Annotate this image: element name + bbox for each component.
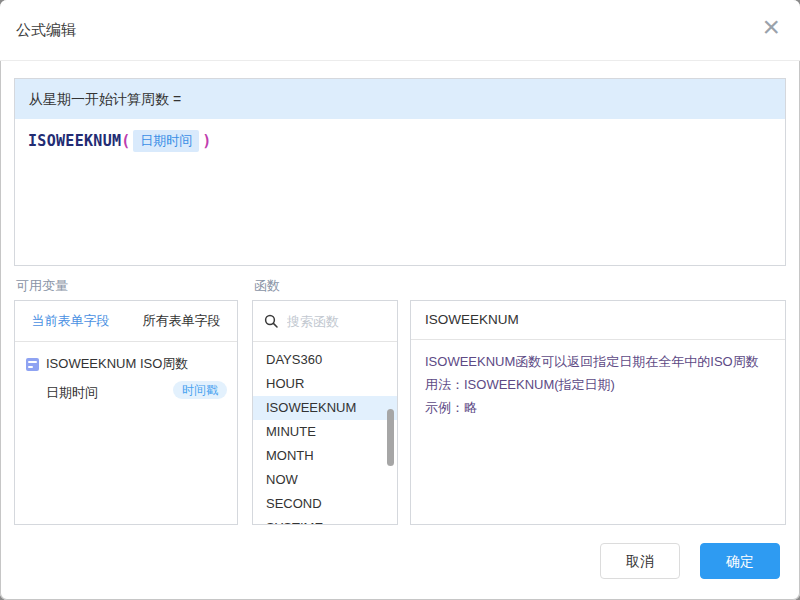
function-search-row	[253, 301, 397, 342]
function-detail-title: ISOWEEKNUM	[411, 301, 785, 340]
variables-section-label: 可用变量	[16, 277, 68, 295]
variables-panel: 当前表单字段 所有表单字段 ISOWEEKNUM ISO周数 日期时间 时间戳	[14, 300, 238, 525]
document-icon	[26, 358, 39, 371]
search-icon	[264, 314, 278, 328]
variables-tabs: 当前表单字段 所有表单字段	[15, 301, 237, 342]
scrollbar-thumb[interactable]	[387, 409, 394, 466]
formula-editor-dialog: 公式编辑 × 从星期一开始计算周数 = ISOWEEKNUM(日期时间) 可用变…	[0, 0, 800, 600]
dialog-footer: 取消 确定	[600, 543, 780, 579]
function-item[interactable]: SECOND	[253, 492, 397, 516]
page-background: { "dialog": { "title": "公式编辑" }, "icons"…	[0, 0, 800, 600]
cancel-button[interactable]: 取消	[600, 543, 680, 579]
tab-current-form-fields[interactable]: 当前表单字段	[15, 301, 126, 341]
function-example: 示例：略	[425, 396, 771, 419]
open-paren: (	[121, 132, 130, 150]
function-item[interactable]: DAYS360	[253, 348, 397, 372]
function-usage: 用法：ISOWEEKNUM(指定日期)	[425, 373, 771, 396]
function-list: DAYS360 HOUR ISOWEEKNUM MINUTE MONTH NOW…	[253, 342, 397, 525]
function-item[interactable]: NOW	[253, 468, 397, 492]
close-icon[interactable]: ×	[762, 12, 780, 42]
dialog-header: 公式编辑 ×	[0, 0, 800, 61]
formula-argument-chip[interactable]: 日期时间	[133, 130, 199, 152]
field-row-datetime[interactable]: 日期时间 时间戳	[46, 384, 227, 402]
function-item[interactable]: MINUTE	[253, 420, 397, 444]
close-paren: )	[202, 132, 211, 150]
formula-target-label: 从星期一开始计算周数 =	[15, 79, 785, 119]
function-description: ISOWEEKNUM函数可以返回指定日期在全年中的ISO周数	[425, 350, 771, 373]
function-detail-panel: ISOWEEKNUM ISOWEEKNUM函数可以返回指定日期在全年中的ISO周…	[410, 300, 786, 525]
formula-editor-panel: 从星期一开始计算周数 = ISOWEEKNUM(日期时间)	[14, 78, 786, 266]
formula-function-name: ISOWEEKNUM	[28, 132, 121, 150]
tab-all-form-fields[interactable]: 所有表单字段	[126, 301, 237, 341]
function-item[interactable]: SYSTIME	[253, 516, 397, 525]
function-detail-body: ISOWEEKNUM函数可以返回指定日期在全年中的ISO周数 用法：ISOWEE…	[411, 340, 785, 429]
functions-section-label: 函数	[254, 277, 280, 295]
confirm-button[interactable]: 确定	[700, 543, 780, 579]
function-item-selected[interactable]: ISOWEEKNUM	[253, 396, 397, 420]
function-item[interactable]: HOUR	[253, 372, 397, 396]
form-title-row[interactable]: ISOWEEKNUM ISO周数	[26, 355, 227, 373]
functions-panel: DAYS360 HOUR ISOWEEKNUM MINUTE MONTH NOW…	[252, 300, 398, 525]
dialog-title: 公式编辑	[16, 21, 76, 40]
function-item[interactable]: MONTH	[253, 444, 397, 468]
form-title-label: ISOWEEKNUM ISO周数	[46, 355, 188, 373]
search-input[interactable]	[285, 313, 381, 330]
field-name-label: 日期时间	[46, 385, 98, 400]
formula-input-area[interactable]: ISOWEEKNUM(日期时间)	[15, 119, 785, 265]
field-type-badge: 时间戳	[173, 381, 227, 399]
